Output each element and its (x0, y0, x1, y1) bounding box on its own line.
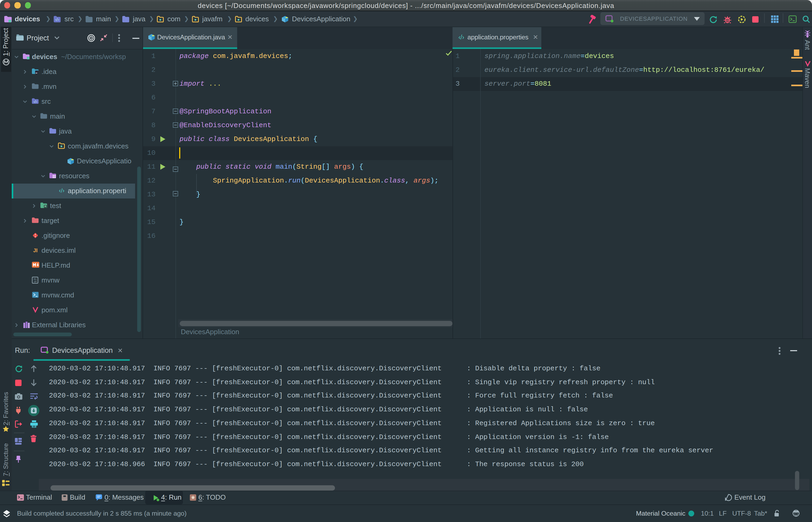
svg-text:‹/›: ‹/› (55, 17, 59, 22)
svg-text:10: 10 (34, 280, 37, 283)
svg-text:‹/›: ‹/› (59, 187, 65, 194)
svg-text:‹/›: ‹/› (33, 99, 37, 104)
svg-text:JI: JI (33, 247, 38, 253)
svg-text:‹/›: ‹/› (458, 34, 464, 40)
